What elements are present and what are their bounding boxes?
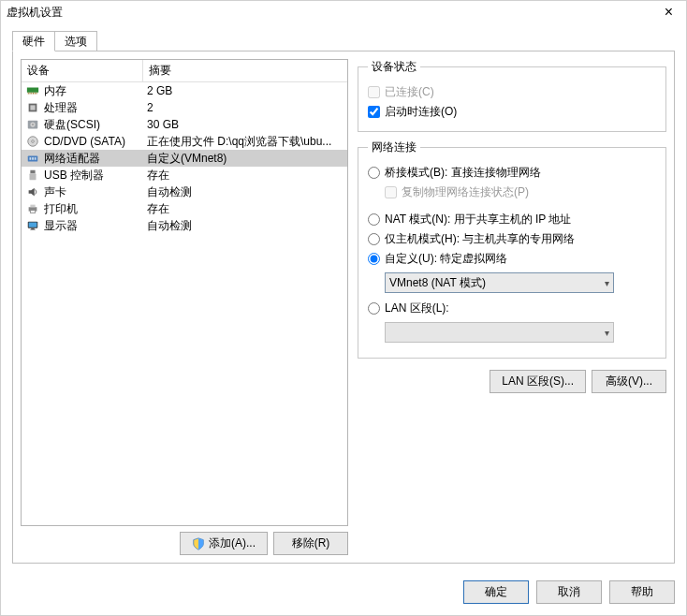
radio-lan-row: LAN 区段(L):: [368, 299, 656, 318]
device-name: 处理器: [44, 100, 78, 116]
device-summary: 自定义(VMnet8): [143, 151, 347, 167]
device-summary: 正在使用文件 D:\qq浏览器下载\ubu...: [143, 134, 347, 150]
device-name: 网络适配器: [44, 151, 100, 167]
titlebar: 虚拟机设置 ×: [1, 1, 686, 23]
lan-segment-dropdown[interactable]: ▾: [385, 322, 614, 343]
dialog-footer: 确定 取消 帮助: [1, 573, 686, 615]
add-button[interactable]: 添加(A)...: [180, 532, 268, 555]
table-row[interactable]: 内存2 GB: [22, 82, 347, 99]
device-name: 硬盘(SCSI): [44, 117, 100, 133]
advanced-button[interactable]: 高级(V)...: [592, 370, 666, 393]
radio-custom-row: 自定义(U): 特定虚拟网络: [368, 249, 656, 269]
radio-bridged-row: 桥接模式(B): 直接连接物理网络: [368, 163, 656, 183]
col-device[interactable]: 设备: [22, 60, 143, 81]
radio-hostonly-row: 仅主机模式(H): 与主机共享的专用网络: [368, 229, 656, 249]
table-row[interactable]: 显示器自动检测: [22, 217, 347, 234]
sound-icon: [25, 185, 40, 198]
help-button[interactable]: 帮助: [609, 580, 675, 604]
usb-icon: [25, 169, 40, 182]
poweron-checkbox[interactable]: [368, 106, 380, 118]
radio-lan[interactable]: [368, 302, 380, 315]
device-summary: 30 GB: [143, 118, 347, 131]
device-name: 声卡: [44, 184, 66, 200]
device-summary: 自动检测: [143, 184, 347, 200]
table-row[interactable]: USB 控制器存在: [22, 167, 347, 183]
custom-vmnet-dropdown[interactable]: VMnet8 (NAT 模式) ▾: [385, 272, 614, 293]
chevron-down-icon: ▾: [605, 328, 609, 338]
device-status-group: 设备状态 已连接(C) 启动时连接(O): [358, 59, 666, 132]
network-legend: 网络连接: [368, 139, 420, 155]
lan-segments-button[interactable]: LAN 区段(S)...: [490, 370, 586, 393]
vm-settings-dialog: 虚拟机设置 × 硬件 选项 设备 摘要 内存2 GB处理器2硬盘(SCSI)30…: [0, 0, 687, 616]
radio-nat-row: NAT 模式(N): 用于共享主机的 IP 地址: [368, 210, 656, 229]
connected-checkbox[interactable]: [368, 86, 380, 98]
cd-icon: [25, 135, 40, 148]
table-row[interactable]: CD/DVD (SATA)正在使用文件 D:\qq浏览器下载\ubu...: [22, 133, 347, 150]
shield-icon: [192, 537, 205, 550]
disk-icon: [25, 118, 40, 131]
device-name: 显示器: [44, 218, 78, 234]
chevron-down-icon: ▾: [605, 278, 609, 288]
replicate-checkbox[interactable]: [385, 186, 397, 198]
device-summary: 存在: [143, 168, 347, 183]
device-name: 内存: [44, 83, 66, 99]
window-title: 虚拟机设置: [7, 5, 657, 21]
table-row[interactable]: 硬盘(SCSI)30 GB: [22, 116, 347, 133]
replicate-checkbox-row: 复制物理网络连接状态(P): [385, 183, 656, 202]
device-name: 打印机: [44, 201, 78, 217]
memory-icon: [25, 84, 40, 97]
radio-custom[interactable]: [368, 253, 380, 265]
col-summary[interactable]: 摘要: [143, 60, 347, 81]
network-connection-group: 网络连接 桥接模式(B): 直接连接物理网络 复制物理网络连接状态(P) NAT…: [358, 139, 666, 359]
poweron-checkbox-row: 启动时连接(O): [368, 102, 656, 122]
radio-bridged[interactable]: [368, 167, 380, 179]
connected-checkbox-row: 已连接(C): [368, 82, 656, 102]
device-table: 设备 摘要 内存2 GB处理器2硬盘(SCSI)30 GBCD/DVD (SAT…: [21, 59, 348, 526]
table-row[interactable]: 声卡自动检测: [22, 183, 347, 200]
nic-icon: [25, 152, 40, 165]
device-summary: 2: [143, 101, 347, 114]
tab-hardware[interactable]: 硬件: [12, 31, 55, 51]
device-summary: 存在: [143, 201, 347, 217]
table-row[interactable]: 处理器2: [22, 99, 347, 116]
table-row[interactable]: 打印机存在: [22, 200, 347, 217]
device-name: USB 控制器: [44, 168, 104, 183]
ok-button[interactable]: 确定: [463, 580, 529, 604]
printer-icon: [25, 202, 40, 215]
device-summary: 自动检测: [143, 218, 347, 234]
device-name: CD/DVD (SATA): [44, 135, 125, 148]
device-summary: 2 GB: [143, 84, 347, 97]
close-icon[interactable]: ×: [657, 4, 680, 21]
tab-strip: 硬件 选项: [12, 31, 675, 51]
display-icon: [25, 219, 40, 232]
cpu-icon: [25, 101, 40, 114]
device-status-legend: 设备状态: [368, 59, 420, 75]
radio-hostonly[interactable]: [368, 233, 380, 245]
tab-options[interactable]: 选项: [54, 31, 97, 51]
remove-button[interactable]: 移除(R): [273, 532, 348, 555]
radio-nat[interactable]: [368, 213, 380, 226]
table-row[interactable]: 网络适配器自定义(VMnet8): [22, 150, 347, 167]
cancel-button[interactable]: 取消: [536, 580, 602, 604]
